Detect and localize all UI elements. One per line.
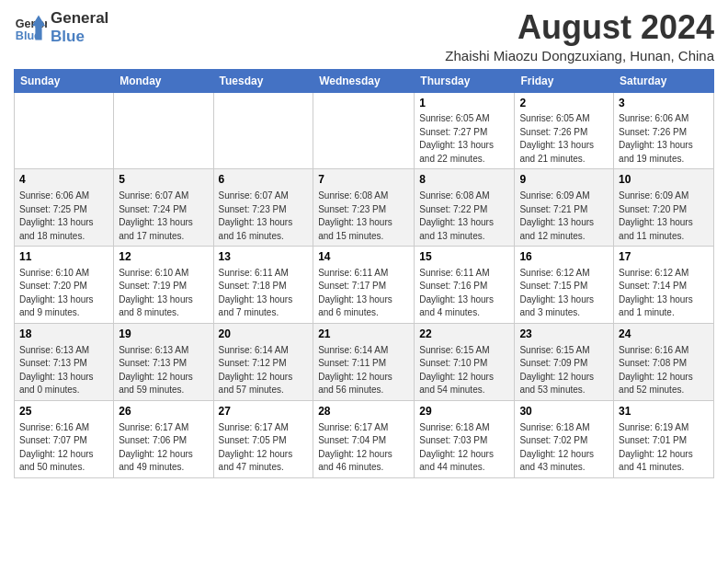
- day-info: Sunrise: 6:09 AM Sunset: 7:21 PM Dayligh…: [519, 190, 609, 243]
- calendar-table: SundayMondayTuesdayWednesdayThursdayFrid…: [14, 69, 714, 478]
- day-info: Sunrise: 6:11 AM Sunset: 7:17 PM Dayligh…: [318, 267, 409, 320]
- calendar-cell: 7Sunrise: 6:08 AM Sunset: 7:23 PM Daylig…: [313, 169, 415, 247]
- calendar-cell: [213, 92, 313, 169]
- location-subtitle: Zhaishi Miaozu Dongzuxiang, Hunan, China: [445, 48, 714, 63]
- day-number: 6: [219, 172, 309, 188]
- calendar-cell: [313, 92, 415, 169]
- calendar-cell: 26Sunrise: 6:17 AM Sunset: 7:06 PM Dayli…: [114, 400, 213, 477]
- day-info: Sunrise: 6:11 AM Sunset: 7:18 PM Dayligh…: [219, 267, 309, 320]
- calendar-week-row: 11Sunrise: 6:10 AM Sunset: 7:20 PM Dayli…: [15, 247, 714, 324]
- day-info: Sunrise: 6:10 AM Sunset: 7:20 PM Dayligh…: [19, 267, 108, 320]
- calendar-cell: 29Sunrise: 6:18 AM Sunset: 7:03 PM Dayli…: [415, 400, 515, 477]
- calendar-cell: 5Sunrise: 6:07 AM Sunset: 7:24 PM Daylig…: [114, 169, 213, 247]
- day-info: Sunrise: 6:16 AM Sunset: 7:08 PM Dayligh…: [619, 344, 709, 397]
- calendar-cell: 1Sunrise: 6:05 AM Sunset: 7:27 PM Daylig…: [415, 92, 515, 169]
- day-info: Sunrise: 6:07 AM Sunset: 7:23 PM Dayligh…: [219, 190, 309, 243]
- day-info: Sunrise: 6:10 AM Sunset: 7:19 PM Dayligh…: [119, 267, 208, 320]
- calendar-cell: 17Sunrise: 6:12 AM Sunset: 7:14 PM Dayli…: [614, 247, 714, 324]
- day-info: Sunrise: 6:06 AM Sunset: 7:25 PM Dayligh…: [19, 190, 108, 243]
- day-info: Sunrise: 6:14 AM Sunset: 7:11 PM Dayligh…: [318, 344, 409, 397]
- calendar-cell: 2Sunrise: 6:05 AM Sunset: 7:26 PM Daylig…: [515, 92, 614, 169]
- day-info: Sunrise: 6:16 AM Sunset: 7:07 PM Dayligh…: [19, 421, 108, 475]
- weekday-header-thursday: Thursday: [415, 69, 515, 92]
- day-number: 5: [119, 172, 208, 188]
- day-info: Sunrise: 6:13 AM Sunset: 7:13 PM Dayligh…: [119, 344, 208, 397]
- calendar-cell: 20Sunrise: 6:14 AM Sunset: 7:12 PM Dayli…: [213, 323, 313, 400]
- logo: General Blue General Blue: [14, 9, 108, 47]
- calendar-cell: 21Sunrise: 6:14 AM Sunset: 7:11 PM Dayli…: [313, 323, 415, 400]
- day-number: 29: [419, 404, 509, 419]
- day-number: 4: [19, 172, 108, 188]
- day-number: 8: [419, 172, 509, 188]
- weekday-header-saturday: Saturday: [614, 69, 714, 92]
- day-number: 14: [318, 249, 409, 265]
- calendar-cell: 22Sunrise: 6:15 AM Sunset: 7:10 PM Dayli…: [415, 323, 515, 400]
- day-info: Sunrise: 6:05 AM Sunset: 7:27 PM Dayligh…: [419, 112, 509, 166]
- day-info: Sunrise: 6:19 AM Sunset: 7:01 PM Dayligh…: [619, 421, 709, 475]
- calendar-week-row: 4Sunrise: 6:06 AM Sunset: 7:25 PM Daylig…: [15, 169, 714, 247]
- day-number: 24: [619, 327, 709, 342]
- weekday-header-monday: Monday: [114, 69, 213, 92]
- calendar-cell: [114, 92, 213, 169]
- day-number: 18: [19, 327, 108, 342]
- page-header: General Blue General Blue August 2024 Zh…: [14, 9, 714, 63]
- day-number: 31: [619, 404, 709, 419]
- day-number: 11: [19, 249, 108, 265]
- day-info: Sunrise: 6:05 AM Sunset: 7:26 PM Dayligh…: [519, 112, 609, 166]
- weekday-header-sunday: Sunday: [15, 69, 114, 92]
- calendar-cell: 25Sunrise: 6:16 AM Sunset: 7:07 PM Dayli…: [15, 400, 114, 477]
- day-number: 23: [519, 327, 609, 342]
- calendar-cell: 4Sunrise: 6:06 AM Sunset: 7:25 PM Daylig…: [15, 169, 114, 247]
- day-info: Sunrise: 6:14 AM Sunset: 7:12 PM Dayligh…: [219, 344, 309, 397]
- day-info: Sunrise: 6:18 AM Sunset: 7:03 PM Dayligh…: [419, 421, 509, 475]
- logo-text-general: General: [51, 9, 108, 28]
- day-info: Sunrise: 6:18 AM Sunset: 7:02 PM Dayligh…: [519, 421, 609, 475]
- weekday-header-row: SundayMondayTuesdayWednesdayThursdayFrid…: [15, 69, 714, 92]
- day-number: 30: [519, 404, 609, 419]
- day-number: 25: [19, 404, 108, 419]
- day-number: 16: [519, 249, 609, 265]
- calendar-cell: [15, 92, 114, 169]
- calendar-cell: 10Sunrise: 6:09 AM Sunset: 7:20 PM Dayli…: [614, 169, 714, 247]
- day-number: 21: [318, 327, 409, 342]
- day-number: 20: [219, 327, 309, 342]
- day-info: Sunrise: 6:17 AM Sunset: 7:06 PM Dayligh…: [119, 421, 208, 475]
- calendar-cell: 3Sunrise: 6:06 AM Sunset: 7:26 PM Daylig…: [614, 92, 714, 169]
- calendar-cell: 9Sunrise: 6:09 AM Sunset: 7:21 PM Daylig…: [515, 169, 614, 247]
- day-info: Sunrise: 6:13 AM Sunset: 7:13 PM Dayligh…: [19, 344, 108, 397]
- title-block: August 2024 Zhaishi Miaozu Dongzuxiang, …: [445, 9, 714, 63]
- logo-text-blue: Blue: [51, 28, 108, 46]
- calendar-cell: 30Sunrise: 6:18 AM Sunset: 7:02 PM Dayli…: [515, 400, 614, 477]
- calendar-cell: 24Sunrise: 6:16 AM Sunset: 7:08 PM Dayli…: [614, 323, 714, 400]
- calendar-cell: 14Sunrise: 6:11 AM Sunset: 7:17 PM Dayli…: [313, 247, 415, 324]
- day-number: 22: [419, 327, 509, 342]
- day-info: Sunrise: 6:17 AM Sunset: 7:04 PM Dayligh…: [318, 421, 409, 475]
- month-year-title: August 2024: [445, 9, 714, 46]
- day-number: 17: [619, 249, 709, 265]
- calendar-cell: 15Sunrise: 6:11 AM Sunset: 7:16 PM Dayli…: [415, 247, 515, 324]
- day-number: 19: [119, 327, 208, 342]
- day-number: 27: [219, 404, 309, 419]
- day-info: Sunrise: 6:12 AM Sunset: 7:14 PM Dayligh…: [619, 267, 709, 320]
- weekday-header-friday: Friday: [515, 69, 614, 92]
- day-info: Sunrise: 6:15 AM Sunset: 7:10 PM Dayligh…: [419, 344, 509, 397]
- day-number: 15: [419, 249, 509, 265]
- day-number: 12: [119, 249, 208, 265]
- calendar-cell: 31Sunrise: 6:19 AM Sunset: 7:01 PM Dayli…: [614, 400, 714, 477]
- calendar-cell: 12Sunrise: 6:10 AM Sunset: 7:19 PM Dayli…: [114, 247, 213, 324]
- calendar-cell: 11Sunrise: 6:10 AM Sunset: 7:20 PM Dayli…: [15, 247, 114, 324]
- day-number: 26: [119, 404, 208, 419]
- calendar-cell: 8Sunrise: 6:08 AM Sunset: 7:22 PM Daylig…: [415, 169, 515, 247]
- calendar-cell: 23Sunrise: 6:15 AM Sunset: 7:09 PM Dayli…: [515, 323, 614, 400]
- day-info: Sunrise: 6:06 AM Sunset: 7:26 PM Dayligh…: [619, 112, 709, 166]
- calendar-cell: 6Sunrise: 6:07 AM Sunset: 7:23 PM Daylig…: [213, 169, 313, 247]
- day-info: Sunrise: 6:08 AM Sunset: 7:22 PM Dayligh…: [419, 190, 509, 243]
- day-number: 1: [419, 96, 509, 111]
- day-number: 10: [619, 172, 709, 188]
- calendar-cell: 19Sunrise: 6:13 AM Sunset: 7:13 PM Dayli…: [114, 323, 213, 400]
- day-info: Sunrise: 6:17 AM Sunset: 7:05 PM Dayligh…: [219, 421, 309, 475]
- day-info: Sunrise: 6:07 AM Sunset: 7:24 PM Dayligh…: [119, 190, 208, 243]
- day-info: Sunrise: 6:15 AM Sunset: 7:09 PM Dayligh…: [519, 344, 609, 397]
- calendar-week-row: 18Sunrise: 6:13 AM Sunset: 7:13 PM Dayli…: [15, 323, 714, 400]
- day-info: Sunrise: 6:11 AM Sunset: 7:16 PM Dayligh…: [419, 267, 509, 320]
